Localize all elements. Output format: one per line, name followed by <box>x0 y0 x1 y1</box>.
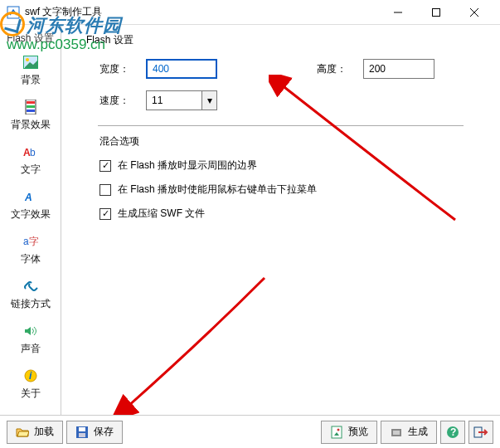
checkbox-icon <box>100 184 111 196</box>
app-icon <box>7 6 20 19</box>
svg-text:b: b <box>30 147 36 158</box>
sound-icon <box>22 323 39 339</box>
width-label: 宽度： <box>100 62 146 76</box>
button-label: 生成 <box>408 425 428 439</box>
svg-text:?: ? <box>450 426 456 438</box>
button-label: 预览 <box>348 425 368 439</box>
svg-rect-0 <box>7 7 19 18</box>
svg-rect-9 <box>27 105 35 108</box>
folder-open-icon <box>16 426 29 439</box>
bottombar: 加载 保存 预览 生成 ? <box>0 415 500 448</box>
height-input[interactable] <box>363 59 434 79</box>
speed-value: 11 <box>152 95 163 106</box>
text-icon: Ab <box>22 144 39 160</box>
svg-rect-20 <box>79 433 85 437</box>
width-input[interactable] <box>146 59 217 79</box>
load-button[interactable]: 加载 <box>7 421 63 444</box>
speed-label: 速度： <box>100 94 146 108</box>
svg-rect-24 <box>393 431 400 435</box>
chevron-down-icon: ▾ <box>201 91 216 110</box>
image-icon <box>22 54 39 71</box>
panel-group-title: Flash 设置 <box>80 33 482 47</box>
main-panel: Flash 设置 宽度： 高度： 速度： 11 ▾ 混合选项 ✓ 在 Flash… <box>61 25 500 415</box>
preview-button[interactable]: 预览 <box>321 421 377 444</box>
sidebar-item-font[interactable]: a字 字体 <box>2 228 59 273</box>
window-title: swf 文字制作工具 <box>25 5 379 19</box>
exit-icon <box>473 426 488 439</box>
sidebar-item-label: 文字 <box>3 163 57 177</box>
checkbox-compress[interactable]: ✓ 生成压缩 SWF 文件 <box>100 207 482 221</box>
sidebar-item-label: 背景 <box>3 73 57 87</box>
sidebar-item-label: 背景效果 <box>3 118 57 132</box>
speed-select[interactable]: 11 ▾ <box>146 90 217 110</box>
button-label: 加载 <box>34 425 54 439</box>
sidebar-item-text-effect[interactable]: A 文字效果 <box>2 183 59 228</box>
sidebar-item-label: 字体 <box>3 252 57 266</box>
row-width-height: 宽度： 高度： <box>100 59 482 79</box>
info-icon: i <box>22 368 39 384</box>
titlebar: swf 文字制作工具 <box>0 0 500 25</box>
svg-text:A: A <box>24 192 32 203</box>
sidebar: Flash 设置 背景 背景效果 Ab 文字 A 文字效果 a字 字体 链接方式 <box>0 25 61 415</box>
sidebar-item-text[interactable]: Ab 文字 <box>2 139 59 183</box>
button-label: 保存 <box>94 425 114 439</box>
sidebar-item-about[interactable]: i 关于 <box>2 363 59 407</box>
checkbox-icon: ✓ <box>100 208 111 220</box>
svg-text:a: a <box>23 236 29 247</box>
svg-point-6 <box>26 58 29 61</box>
sidebar-item-link[interactable]: 链接方式 <box>2 273 59 318</box>
help-button[interactable]: ? <box>440 421 465 444</box>
minimize-button[interactable] <box>379 0 417 25</box>
annotation-arrow <box>111 274 277 415</box>
text-effect-icon: A <box>22 188 39 205</box>
svg-rect-8 <box>27 101 35 104</box>
height-label: 高度： <box>317 62 363 76</box>
divider <box>98 125 464 126</box>
mix-options-title: 混合选项 <box>100 134 482 149</box>
svg-text:字: 字 <box>29 236 38 247</box>
save-button[interactable]: 保存 <box>66 421 123 444</box>
sidebar-item-label: 链接方式 <box>3 297 57 311</box>
maximize-button[interactable] <box>417 0 455 25</box>
sidebar-header: Flash 设置 <box>2 28 59 49</box>
close-button[interactable] <box>455 0 493 25</box>
font-icon: a字 <box>22 233 39 250</box>
link-icon <box>22 278 39 295</box>
help-icon: ? <box>446 426 459 439</box>
build-button[interactable]: 生成 <box>381 421 437 444</box>
build-icon <box>390 426 403 439</box>
body: Flash 设置 背景 背景效果 Ab 文字 A 文字效果 a字 字体 链接方式 <box>0 25 500 415</box>
checkbox-label: 在 Flash 播放时显示周围的边界 <box>118 158 257 173</box>
checkbox-icon: ✓ <box>100 160 111 172</box>
sidebar-item-background[interactable]: 背景 <box>2 49 59 94</box>
film-icon <box>22 99 39 115</box>
svg-point-22 <box>337 428 340 431</box>
checkbox-border[interactable]: ✓ 在 Flash 播放时显示周围的边界 <box>100 158 482 173</box>
sidebar-item-label: 关于 <box>3 387 57 401</box>
save-icon <box>75 426 89 439</box>
checkbox-label: 在 Flash 播放时使能用鼠标右键单击下拉菜单 <box>118 183 317 197</box>
sidebar-item-background-effect[interactable]: 背景效果 <box>2 94 59 139</box>
sidebar-item-label: 文字效果 <box>3 207 57 222</box>
preview-icon <box>330 426 343 439</box>
svg-rect-2 <box>433 8 440 16</box>
row-speed: 速度： 11 ▾ <box>100 90 482 110</box>
sidebar-item-label: 声音 <box>3 342 57 356</box>
exit-button[interactable] <box>468 421 493 444</box>
svg-rect-10 <box>27 110 35 112</box>
svg-rect-19 <box>79 427 85 431</box>
checkbox-rightclick[interactable]: 在 Flash 播放时使能用鼠标右键单击下拉菜单 <box>100 183 482 197</box>
checkbox-label: 生成压缩 SWF 文件 <box>118 207 205 221</box>
sidebar-item-sound[interactable]: 声音 <box>2 318 59 363</box>
